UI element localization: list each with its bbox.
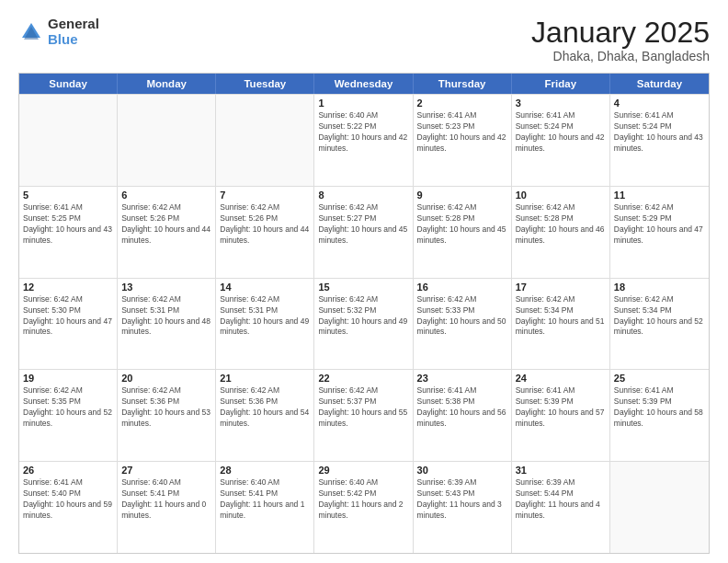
day-number: 29 [318,465,408,476]
day-number: 1 [318,98,408,109]
day-number: 24 [516,373,606,384]
calendar-cell: 24Sunrise: 6:41 AM Sunset: 5:39 PM Dayli… [512,370,610,461]
day-info: Sunrise: 6:41 AM Sunset: 5:24 PM Dayligh… [614,110,705,155]
day-info: Sunrise: 6:40 AM Sunset: 5:41 PM Dayligh… [121,477,211,522]
day-number: 15 [318,282,408,293]
calendar-cell: 30Sunrise: 6:39 AM Sunset: 5:43 PM Dayli… [414,462,512,553]
calendar-row-4: 26Sunrise: 6:41 AM Sunset: 5:40 PM Dayli… [19,461,709,553]
day-info: Sunrise: 6:42 AM Sunset: 5:36 PM Dayligh… [220,385,310,430]
logo-text: General Blue [48,17,99,47]
day-info: Sunrise: 6:42 AM Sunset: 5:35 PM Dayligh… [23,385,113,430]
day-number: 28 [220,465,310,476]
day-number: 30 [417,465,507,476]
calendar-cell: 1Sunrise: 6:40 AM Sunset: 5:22 PM Daylig… [314,95,413,186]
calendar-cell: 11Sunrise: 6:42 AM Sunset: 5:29 PM Dayli… [610,187,709,278]
day-number: 5 [23,190,113,201]
logo-blue-text: Blue [48,32,99,48]
day-number: 22 [318,373,408,384]
calendar-weekday-monday: Monday [118,74,216,94]
day-info: Sunrise: 6:42 AM Sunset: 5:33 PM Dayligh… [417,294,507,339]
calendar-subtitle: Dhaka, Dhaka, Bangladesh [531,49,710,63]
calendar-cell [118,95,216,186]
calendar-row-3: 19Sunrise: 6:42 AM Sunset: 5:35 PM Dayli… [19,369,709,461]
calendar-cell: 18Sunrise: 6:42 AM Sunset: 5:34 PM Dayli… [610,279,709,370]
calendar-cell: 15Sunrise: 6:42 AM Sunset: 5:32 PM Dayli… [314,279,413,370]
day-number: 4 [614,98,705,109]
calendar-cell: 23Sunrise: 6:41 AM Sunset: 5:38 PM Dayli… [414,370,512,461]
day-info: Sunrise: 6:40 AM Sunset: 5:22 PM Dayligh… [318,110,408,155]
day-number: 12 [23,282,113,293]
calendar-header-row: SundayMondayTuesdayWednesdayThursdayFrid… [19,74,709,94]
calendar-cell: 16Sunrise: 6:42 AM Sunset: 5:33 PM Dayli… [414,279,512,370]
day-number: 21 [220,373,310,384]
day-info: Sunrise: 6:42 AM Sunset: 5:26 PM Dayligh… [220,202,310,247]
calendar-title: January 2025 [531,17,710,49]
day-info: Sunrise: 6:41 AM Sunset: 5:40 PM Dayligh… [23,477,113,522]
calendar-row-0: 1Sunrise: 6:40 AM Sunset: 5:22 PM Daylig… [19,94,709,186]
day-info: Sunrise: 6:41 AM Sunset: 5:23 PM Dayligh… [417,110,507,155]
calendar-cell [216,95,314,186]
calendar-cell: 4Sunrise: 6:41 AM Sunset: 5:24 PM Daylig… [610,95,709,186]
calendar-cell: 22Sunrise: 6:42 AM Sunset: 5:37 PM Dayli… [314,370,413,461]
day-number: 7 [220,190,310,201]
calendar: SundayMondayTuesdayWednesdayThursdayFrid… [18,73,710,554]
day-info: Sunrise: 6:40 AM Sunset: 5:42 PM Dayligh… [318,477,408,522]
calendar-weekday-saturday: Saturday [610,74,709,94]
day-number: 11 [614,190,705,201]
day-info: Sunrise: 6:42 AM Sunset: 5:26 PM Dayligh… [121,202,211,247]
day-info: Sunrise: 6:41 AM Sunset: 5:25 PM Dayligh… [23,202,113,247]
calendar-cell: 25Sunrise: 6:41 AM Sunset: 5:39 PM Dayli… [610,370,709,461]
calendar-cell: 31Sunrise: 6:39 AM Sunset: 5:44 PM Dayli… [512,462,610,553]
day-info: Sunrise: 6:42 AM Sunset: 5:32 PM Dayligh… [318,294,408,339]
day-number: 25 [614,373,705,384]
calendar-weekday-wednesday: Wednesday [314,74,413,94]
day-number: 26 [23,465,113,476]
day-number: 13 [121,282,211,293]
calendar-cell: 21Sunrise: 6:42 AM Sunset: 5:36 PM Dayli… [216,370,314,461]
day-number: 17 [516,282,606,293]
calendar-cell: 9Sunrise: 6:42 AM Sunset: 5:28 PM Daylig… [414,187,512,278]
day-number: 14 [220,282,310,293]
day-info: Sunrise: 6:42 AM Sunset: 5:28 PM Dayligh… [516,202,606,247]
day-info: Sunrise: 6:42 AM Sunset: 5:31 PM Dayligh… [121,294,211,339]
day-info: Sunrise: 6:41 AM Sunset: 5:24 PM Dayligh… [516,110,606,155]
calendar-cell: 6Sunrise: 6:42 AM Sunset: 5:26 PM Daylig… [118,187,216,278]
calendar-weekday-friday: Friday [512,74,610,94]
day-info: Sunrise: 6:42 AM Sunset: 5:31 PM Dayligh… [220,294,310,339]
calendar-cell: 28Sunrise: 6:40 AM Sunset: 5:41 PM Dayli… [216,462,314,553]
calendar-cell [610,462,709,553]
calendar-cell: 12Sunrise: 6:42 AM Sunset: 5:30 PM Dayli… [19,279,118,370]
day-number: 6 [121,190,211,201]
calendar-weekday-tuesday: Tuesday [216,74,314,94]
day-info: Sunrise: 6:39 AM Sunset: 5:43 PM Dayligh… [417,477,507,522]
day-info: Sunrise: 6:42 AM Sunset: 5:34 PM Dayligh… [516,294,606,339]
calendar-cell: 20Sunrise: 6:42 AM Sunset: 5:36 PM Dayli… [118,370,216,461]
calendar-weekday-thursday: Thursday [414,74,512,94]
calendar-body: 1Sunrise: 6:40 AM Sunset: 5:22 PM Daylig… [19,94,709,553]
calendar-cell: 14Sunrise: 6:42 AM Sunset: 5:31 PM Dayli… [216,279,314,370]
calendar-row-1: 5Sunrise: 6:41 AM Sunset: 5:25 PM Daylig… [19,186,709,278]
day-info: Sunrise: 6:42 AM Sunset: 5:34 PM Dayligh… [614,294,705,339]
title-block: January 2025 Dhaka, Dhaka, Bangladesh [531,17,710,63]
calendar-cell [19,95,118,186]
logo-general-text: General [48,17,99,32]
calendar-cell: 19Sunrise: 6:42 AM Sunset: 5:35 PM Dayli… [19,370,118,461]
logo-icon [18,19,44,45]
day-info: Sunrise: 6:41 AM Sunset: 5:39 PM Dayligh… [614,385,705,430]
calendar-cell: 3Sunrise: 6:41 AM Sunset: 5:24 PM Daylig… [512,95,610,186]
calendar-cell: 7Sunrise: 6:42 AM Sunset: 5:26 PM Daylig… [216,187,314,278]
day-number: 2 [417,98,507,109]
day-number: 8 [318,190,408,201]
day-number: 16 [417,282,507,293]
day-number: 9 [417,190,507,201]
calendar-cell: 8Sunrise: 6:42 AM Sunset: 5:27 PM Daylig… [314,187,413,278]
calendar-cell: 17Sunrise: 6:42 AM Sunset: 5:34 PM Dayli… [512,279,610,370]
day-info: Sunrise: 6:42 AM Sunset: 5:36 PM Dayligh… [121,385,211,430]
calendar-cell: 13Sunrise: 6:42 AM Sunset: 5:31 PM Dayli… [118,279,216,370]
day-number: 19 [23,373,113,384]
day-info: Sunrise: 6:42 AM Sunset: 5:37 PM Dayligh… [318,385,408,430]
logo: General Blue [18,17,99,47]
day-number: 18 [614,282,705,293]
day-info: Sunrise: 6:42 AM Sunset: 5:27 PM Dayligh… [318,202,408,247]
calendar-cell: 2Sunrise: 6:41 AM Sunset: 5:23 PM Daylig… [414,95,512,186]
